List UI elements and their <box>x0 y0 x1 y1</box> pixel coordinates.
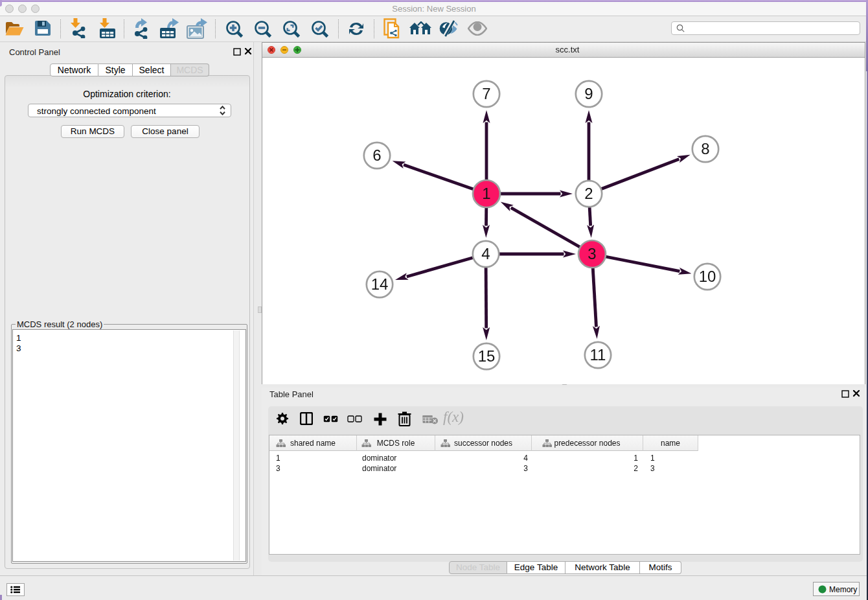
svg-text:8: 8 <box>701 140 709 157</box>
svg-text:1: 1 <box>482 185 490 202</box>
svg-text:2: 2 <box>584 185 593 202</box>
svg-text:9: 9 <box>584 85 593 102</box>
svg-text:10: 10 <box>699 268 716 285</box>
svg-text:3: 3 <box>588 245 596 262</box>
svg-text:11: 11 <box>590 346 606 363</box>
svg-text:7: 7 <box>482 85 490 102</box>
svg-text:14: 14 <box>371 275 389 293</box>
svg-text:6: 6 <box>372 146 381 164</box>
svg-text:15: 15 <box>478 347 496 365</box>
svg-text:4: 4 <box>481 245 490 262</box>
